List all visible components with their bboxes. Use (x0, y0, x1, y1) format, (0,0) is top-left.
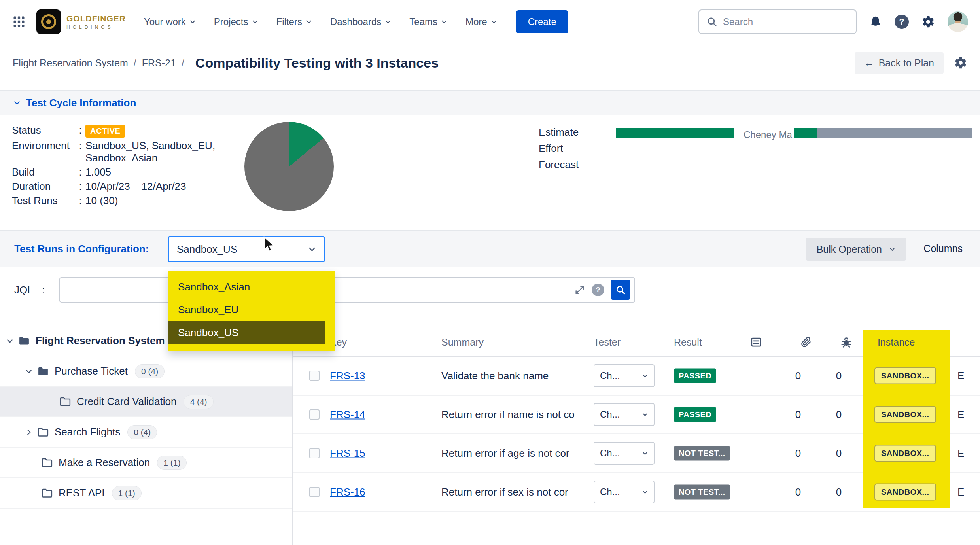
test-cycle-info-panel: Status : ACTIVE Environment : Sandbox_US… (0, 115, 980, 230)
issue-key-link[interactable]: FRS-13 (330, 370, 365, 382)
tree-item-count-badge: 1 (1) (157, 456, 187, 470)
nav-teams[interactable]: Teams (409, 16, 447, 27)
configuration-selected-value: Sandbox_US (177, 243, 308, 255)
row-checkbox[interactable] (309, 487, 320, 497)
nav-more[interactable]: More (465, 16, 497, 27)
chevron-down-icon[interactable] (25, 368, 32, 375)
estimate-label: Estimate (539, 124, 579, 140)
global-search[interactable] (698, 9, 857, 34)
issue-key-link[interactable]: FRS-15 (330, 447, 365, 459)
nav-label: Dashboards (330, 16, 381, 27)
tester-value: Ch... (600, 448, 620, 459)
summary-cell: Validate the bank name (441, 370, 591, 382)
chevron-down-icon (889, 246, 895, 252)
nav-your-work[interactable]: Your work (144, 16, 196, 27)
row-checkbox[interactable] (309, 409, 320, 420)
comments-column-icon (750, 336, 762, 348)
environment-value: Sandbox_US, Sandbox_EU, Sandbox_Asian (85, 140, 252, 164)
brand-logo[interactable]: GOLDFINGER HOLDINGS (36, 9, 126, 34)
issue-key-link[interactable]: FRS-14 (330, 409, 365, 420)
dropdown-option-sandbox-asian[interactable]: Sandbox_Asian (168, 275, 325, 298)
tree-item-count-badge: 4 (4) (184, 395, 213, 409)
user-avatar[interactable] (948, 11, 968, 32)
page-settings-gear-icon[interactable] (954, 56, 967, 70)
tree-item-make-a-reservation[interactable]: Make a Reservation 1 (1) (0, 448, 292, 478)
tester-select[interactable]: Ch... (594, 481, 655, 503)
folder-outline-icon (41, 487, 53, 499)
dropdown-option-sandbox-us[interactable]: Sandbox_US (168, 321, 325, 344)
attachments-count: 0 (829, 486, 849, 498)
summary-cell: Return error if age is not cor (441, 447, 591, 460)
row-checkbox[interactable] (309, 448, 320, 458)
chevron-down-icon (642, 450, 648, 456)
tree-item-label: Search Flights (55, 426, 120, 438)
folder-icon (18, 335, 30, 347)
nav-label: Projects (214, 16, 248, 27)
folder-icon (37, 365, 49, 377)
instance-badge: SANDBOX... (874, 406, 936, 423)
tree-item-rest-api[interactable]: REST API 1 (1) (0, 478, 292, 509)
chevron-down-icon[interactable] (6, 337, 13, 344)
test-runs-label: Test Runs (12, 195, 75, 207)
test-cycle-information-header[interactable]: Test Cycle Information (0, 90, 980, 115)
nav-filters[interactable]: Filters (276, 16, 312, 27)
assignee-name: Cheney Ma (744, 129, 792, 140)
help-glyph: ? (596, 286, 600, 294)
dropdown-option-sandbox-eu[interactable]: Sandbox_EU (168, 298, 325, 321)
issue-key-link[interactable]: FRS-16 (330, 486, 365, 498)
header-summary: Summary (441, 337, 484, 348)
tree-item-purchase-ticket[interactable]: Purchase Ticket 0 (4) (0, 356, 292, 387)
test-runs-value: 10 (30) (85, 195, 252, 207)
tree-item-credit-card-validation[interactable]: Credit Card Validation 4 (4) (0, 387, 292, 417)
bulk-operation-button[interactable]: Bulk Operation (806, 238, 906, 261)
nav-projects[interactable]: Projects (214, 16, 258, 27)
comments-count: 0 (788, 409, 808, 421)
tester-value: Ch... (600, 370, 620, 381)
chevron-right-icon[interactable] (25, 429, 32, 436)
nav-dashboards[interactable]: Dashboards (330, 16, 391, 27)
forecast-label: Forecast (539, 157, 579, 173)
build-value: 1.005 (85, 166, 252, 178)
result-badge: NOT TEST... (674, 485, 730, 500)
tester-select[interactable]: Ch... (594, 442, 655, 465)
back-to-plan-button[interactable]: ← Back to Plan (855, 52, 944, 74)
help-icon[interactable]: ? (895, 15, 909, 29)
result-badge: NOT TEST... (674, 446, 730, 461)
configuration-select[interactable]: Sandbox_US (168, 236, 325, 262)
create-button[interactable]: Create (516, 10, 568, 33)
jql-help-icon[interactable]: ? (592, 284, 604, 296)
colon: : (75, 140, 85, 152)
tree-item-search-flights[interactable]: Search Flights 0 (4) (0, 417, 292, 448)
chevron-down-icon (642, 373, 648, 379)
chevron-down-icon (642, 411, 648, 418)
folder-outline-icon (59, 396, 71, 408)
tree-item-label: Purchase Ticket (55, 365, 128, 377)
search-input[interactable] (723, 16, 849, 27)
breadcrumb-issue-link[interactable]: FRS-21 (142, 57, 176, 69)
settings-gear-icon[interactable] (921, 15, 935, 28)
build-label: Build (12, 166, 75, 178)
expand-icon[interactable] (574, 284, 585, 295)
test-runs-table: Key Summary Tester Result Instance FRS-1… (293, 312, 980, 545)
cycle-fields: Status : ACTIVE Environment : Sandbox_US… (12, 124, 252, 207)
columns-button[interactable]: Columns (923, 243, 963, 254)
jql-search-button[interactable] (611, 280, 630, 300)
tester-select[interactable]: Ch... (594, 364, 655, 387)
app-root: GOLDFINGER HOLDINGS Your work Projects F… (0, 0, 980, 545)
notifications-bell-icon[interactable] (869, 15, 882, 28)
summary-cell: Return error if sex is not cor (441, 486, 591, 498)
chevron-down-icon (306, 19, 312, 25)
truncated-column-cell: E (957, 370, 964, 382)
breadcrumb-project-link[interactable]: Flight Reservation System (13, 57, 128, 69)
page-title: Compatibility Testing with 3 Instances (195, 55, 439, 71)
colon: : (75, 195, 85, 207)
nav-label: More (465, 16, 487, 27)
goldfinger-logo-icon (36, 9, 61, 34)
app-switcher-icon[interactable] (12, 14, 28, 30)
comments-count: 0 (788, 447, 808, 460)
colon: : (75, 180, 85, 193)
chevron-down-icon (385, 19, 391, 25)
tree-item-label: REST API (59, 487, 105, 499)
row-checkbox[interactable] (309, 371, 320, 381)
tester-select[interactable]: Ch... (594, 403, 655, 426)
